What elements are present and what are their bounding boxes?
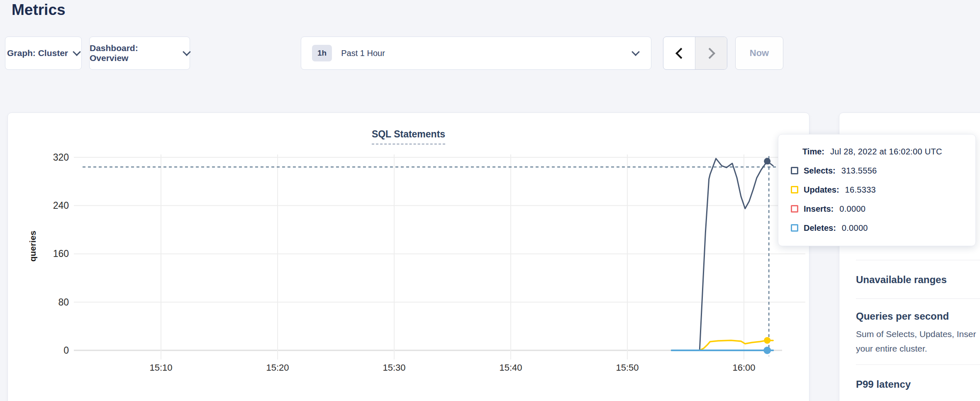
tooltip-row-label: Deletes:: [804, 223, 836, 233]
dashboard-dropdown[interactable]: Dashboard: Overview: [89, 37, 190, 70]
svg-text:15:50: 15:50: [616, 362, 639, 373]
tooltip-row-value: 0.0000: [839, 204, 865, 214]
tooltip-time-label: Time:: [802, 147, 824, 156]
tooltip-row-updates: Updates: 16.5333: [791, 180, 975, 199]
time-range-label: Past 1 Hour: [341, 49, 385, 58]
divider: [856, 364, 980, 365]
sql-statements-chart[interactable]: 08016024032015:1015:2015:3015:4015:5016:…: [8, 113, 810, 401]
graph-dropdown[interactable]: Graph: Cluster: [5, 37, 82, 70]
section-title-unavailable-ranges: Unavailable ranges: [856, 274, 947, 286]
tooltip-row-value: 0.0000: [842, 223, 868, 233]
page-title: Metrics: [12, 0, 66, 20]
dashboard-dropdown-label: Dashboard: Overview: [90, 43, 178, 63]
tooltip-row-value: 313.5556: [841, 166, 877, 176]
svg-text:320: 320: [53, 152, 69, 163]
tooltip-time-row: Time: Jul 28, 2022 at 16:02:00 UTC: [802, 144, 975, 159]
svg-text:15:10: 15:10: [149, 362, 172, 373]
deletes-swatch-icon: [791, 224, 798, 232]
tooltip-row-inserts: Inserts: 0.0000: [791, 199, 975, 218]
inserts-swatch-icon: [791, 205, 798, 213]
svg-text:15:40: 15:40: [499, 362, 522, 373]
tooltip-time-value: Jul 28, 2022 at 16:02:00 UTC: [830, 147, 942, 156]
tooltip-row-selects: Selects: 313.5556: [791, 161, 975, 180]
tooltip-row-value: 16.5333: [845, 185, 876, 195]
time-step-forward-button[interactable]: [695, 37, 727, 69]
divider: [856, 298, 980, 299]
tooltip-row-label: Inserts:: [804, 204, 834, 214]
updates-swatch-icon: [791, 186, 798, 193]
time-step-group: [663, 37, 727, 70]
svg-text:15:30: 15:30: [383, 362, 405, 373]
section-title-queries-per-second: Queries per second: [856, 311, 949, 322]
svg-text:240: 240: [53, 200, 69, 211]
sql-statements-chart-card: SQL Statements 08016024032015:1015:2015:…: [7, 112, 809, 401]
time-range-picker[interactable]: 1h Past 1 Hour: [301, 37, 651, 70]
time-range-badge: 1h: [312, 45, 332, 61]
divider: [856, 260, 980, 260]
section-title-p99-latency: P99 latency: [856, 379, 911, 390]
tooltip-row-label: Updates:: [804, 185, 839, 195]
svg-text:80: 80: [58, 297, 69, 308]
tooltip-row-label: Selects:: [804, 166, 836, 176]
tooltip-row-deletes: Deletes: 0.0000: [791, 218, 975, 237]
svg-text:0: 0: [63, 345, 69, 356]
chevron-down-icon: [631, 48, 640, 56]
section-description-line: your entire cluster.: [856, 344, 927, 354]
svg-text:160: 160: [53, 248, 69, 259]
svg-text:queries: queries: [28, 231, 37, 262]
svg-text:16:00: 16:00: [732, 362, 755, 373]
now-button[interactable]: Now: [735, 37, 783, 70]
section-description-line: Sum of Selects, Updates, Inser: [856, 329, 976, 339]
metrics-page: { "page": { "title": "Metrics" }, "toolb…: [0, 0, 980, 401]
graph-dropdown-label: Graph: Cluster: [7, 48, 68, 58]
svg-text:15:20: 15:20: [266, 362, 289, 373]
chevron-right-icon: [704, 48, 715, 59]
chevron-left-icon: [675, 48, 687, 59]
chevron-down-icon: [183, 48, 191, 56]
chevron-down-icon: [73, 48, 81, 56]
time-step-back-button[interactable]: [663, 37, 695, 69]
chart-hover-tooltip: Time: Jul 28, 2022 at 16:02:00 UTC Selec…: [778, 134, 976, 246]
selects-swatch-icon: [791, 167, 798, 174]
